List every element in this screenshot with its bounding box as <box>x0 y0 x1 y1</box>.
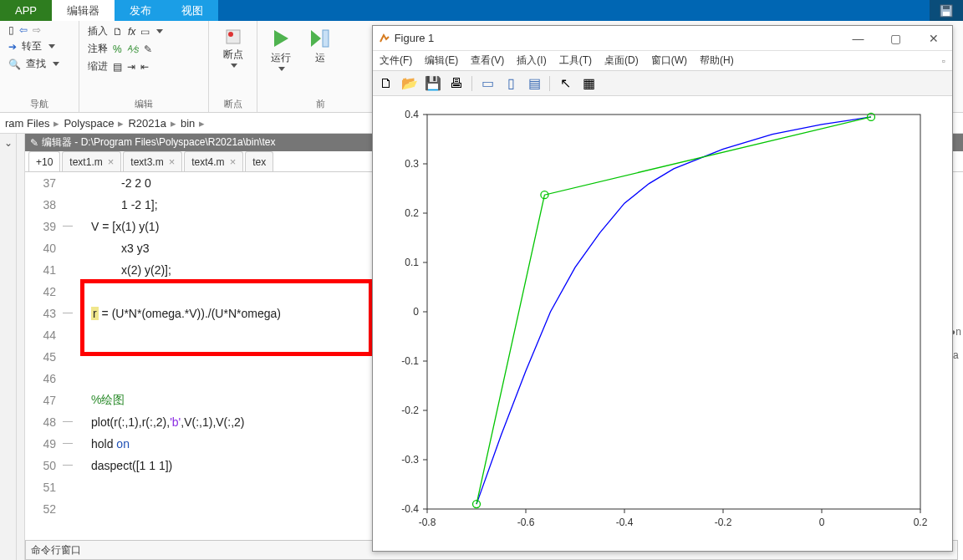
nav-goto[interactable]: ➔转至 <box>8 39 70 53</box>
group-label-bp: 断点 <box>217 98 248 112</box>
insert-icon[interactable]: ▦ <box>580 75 597 92</box>
svg-text:0.1: 0.1 <box>405 257 419 268</box>
nav-back[interactable]: ▯ ⇦ ⇨ <box>8 24 70 36</box>
close-icon[interactable]: × <box>169 155 176 168</box>
tab-publish[interactable]: 发布 <box>115 0 166 21</box>
file-tab-text1[interactable]: text1.m× <box>62 151 121 171</box>
rotate-icon[interactable]: ▯ <box>502 75 519 92</box>
crumb-2[interactable]: R2021a <box>128 117 166 130</box>
menu-edit[interactable]: 编辑(E) <box>425 53 458 68</box>
svg-text:-0.2: -0.2 <box>715 517 732 528</box>
file-icon: ▯ <box>8 24 14 36</box>
svg-rect-9 <box>427 115 920 509</box>
svg-text:0.2: 0.2 <box>914 517 928 528</box>
svg-text:-0.4: -0.4 <box>401 503 419 515</box>
crumb-1[interactable]: Polyspace <box>64 117 114 130</box>
svg-text:-0.3: -0.3 <box>401 454 419 466</box>
tab-view[interactable]: 视图 <box>166 0 218 21</box>
menu-desktop[interactable]: 桌面(D) <box>604 53 639 68</box>
figure-titlebar[interactable]: Figure 1 — ▢ ✕ <box>373 26 952 51</box>
file-tab-text4[interactable]: text4.m× <box>184 151 243 171</box>
svg-text:-0.2: -0.2 <box>401 405 419 416</box>
svg-rect-3 <box>227 30 240 43</box>
matlab-icon <box>378 32 391 45</box>
print-icon[interactable]: 🖶 <box>448 75 465 92</box>
svg-marker-5 <box>274 30 288 47</box>
svg-text:-0.6: -0.6 <box>517 517 535 528</box>
svg-point-4 <box>228 32 233 37</box>
svg-text:-0.4: -0.4 <box>616 517 634 528</box>
svg-text:0.4: 0.4 <box>405 109 419 120</box>
pointer-icon[interactable]: ↖ <box>557 75 573 92</box>
svg-rect-7 <box>323 30 329 47</box>
menu-tools[interactable]: 工具(T) <box>559 53 592 68</box>
menu-help[interactable]: 帮助(H) <box>700 53 734 68</box>
open-icon[interactable]: 📂 <box>401 75 418 92</box>
svg-text:0.2: 0.2 <box>405 207 419 219</box>
breakpoints-button[interactable]: 断点 <box>218 24 248 68</box>
search-icon: 🔍 <box>8 59 21 70</box>
new-icon[interactable]: 🗋 <box>378 75 395 92</box>
svg-rect-2 <box>943 6 950 9</box>
run-button[interactable]: 运行 <box>265 24 297 71</box>
edit-comment[interactable]: 注释 % ⅍ ✎ <box>88 42 200 56</box>
maximize-button[interactable]: ▢ <box>877 26 915 51</box>
edit-insert[interactable]: 插入 🗋 fx ▭ <box>88 24 200 38</box>
dropdown-icon[interactable]: ⌄ <box>0 134 17 560</box>
top-tab-strip: APP 编辑器 发布 视图 <box>0 0 963 21</box>
figure-menu-bar: 文件(F) 编辑(E) 查看(V) 插入(I) 工具(T) 桌面(D) 窗口(W… <box>373 51 952 71</box>
close-icon[interactable]: × <box>108 155 115 168</box>
figure-toolbar: 🗋 📂 💾 🖶 ▭ ▯ ▤ ↖ ▦ <box>373 71 952 96</box>
tab-app[interactable]: APP <box>0 0 52 21</box>
menu-file[interactable]: 文件(F) <box>380 53 412 68</box>
group-label-edit: 编辑 <box>88 98 200 112</box>
link-icon[interactable]: ▭ <box>479 75 496 92</box>
save-icon[interactable] <box>930 0 963 21</box>
pencil-icon: ✎ <box>30 137 38 149</box>
svg-rect-8 <box>378 32 391 45</box>
menu-more-icon[interactable]: ▫ <box>942 55 945 67</box>
edit-indent[interactable]: 缩进 ▤ ⇥ ⇤ <box>88 59 200 74</box>
tab-editor[interactable]: 编辑器 <box>52 0 115 21</box>
save-icon[interactable]: 💾 <box>425 75 441 92</box>
svg-marker-6 <box>311 30 321 47</box>
file-tab-text3[interactable]: text3.m× <box>123 151 182 171</box>
svg-text:0.3: 0.3 <box>405 158 419 170</box>
minimize-button[interactable]: — <box>839 26 877 51</box>
run-advance-button[interactable]: 运 <box>304 24 336 65</box>
close-icon[interactable]: × <box>230 155 237 168</box>
menu-insert[interactable]: 插入(I) <box>517 53 546 68</box>
group-label-nav: 导航 <box>8 98 70 112</box>
file-tab-text-trunc[interactable]: tex <box>245 151 273 171</box>
figure-axes[interactable]: -0.8-0.6-0.4-0.200.2-0.4-0.3-0.2-0.100.1… <box>373 98 952 551</box>
crumb-3[interactable]: bin <box>181 117 195 130</box>
svg-text:-0.1: -0.1 <box>401 355 419 367</box>
menu-view[interactable]: 查看(V) <box>471 53 504 68</box>
figure-window[interactable]: Figure 1 — ▢ ✕ 文件(F) 编辑(E) 查看(V) 插入(I) 工… <box>372 25 953 552</box>
tab-plus[interactable]: +10 <box>28 151 60 171</box>
close-button[interactable]: ✕ <box>915 26 952 51</box>
datacursor-icon[interactable]: ▤ <box>526 75 543 92</box>
svg-text:0: 0 <box>413 306 419 318</box>
menu-window[interactable]: 窗口(W) <box>651 53 687 68</box>
svg-text:-0.8: -0.8 <box>419 517 436 528</box>
nav-find[interactable]: 🔍查找 <box>8 57 70 71</box>
crumb-0[interactable]: ram Files <box>5 117 49 130</box>
svg-rect-1 <box>943 12 950 16</box>
svg-text:0: 0 <box>819 517 825 528</box>
